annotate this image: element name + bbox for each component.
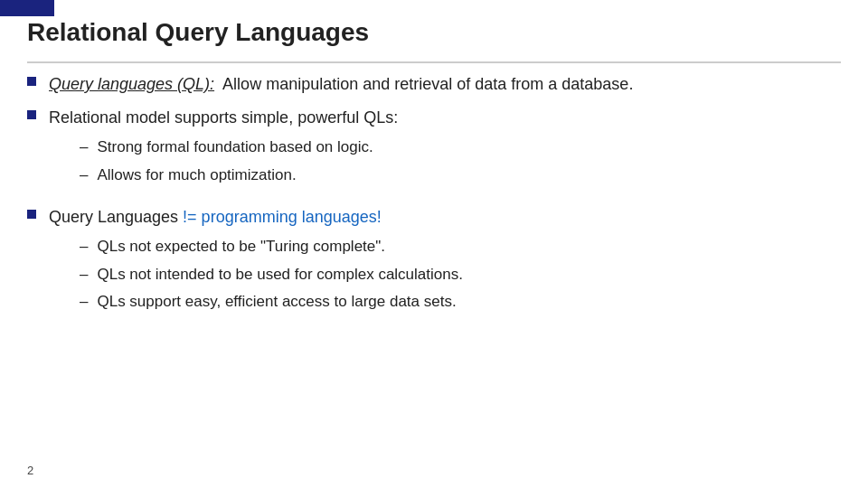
bullet-text-3: Query Languages != programming languages… bbox=[49, 205, 463, 230]
sub-bullet-3-3: – QLs support easy, efficient access to … bbox=[80, 290, 463, 314]
dash-2-2: – bbox=[80, 164, 88, 187]
sub-bullet-2-2: – Allows for much optimization. bbox=[80, 164, 398, 187]
bullet3-highlight: != programming languages! bbox=[183, 208, 382, 226]
bullet1-rest: Allow manipulation and retrieval of data… bbox=[219, 75, 633, 93]
sub-bullet-text-3-1: QLs not expected to be "Turing complete"… bbox=[97, 235, 385, 258]
bullet-square-2 bbox=[27, 110, 36, 119]
bullet2-wrapper: Relational model supports simple, powerf… bbox=[49, 106, 398, 196]
sub-bullet-text-3-3: QLs support easy, efficient access to la… bbox=[97, 290, 456, 314]
sub-bullets-2: – Strong formal foundation based on logi… bbox=[80, 136, 398, 191]
bullet3-wrapper: Query Languages != programming languages… bbox=[49, 205, 463, 324]
top-accent-bar bbox=[0, 0, 54, 16]
sub-bullet-3-1: – QLs not expected to be "Turing complet… bbox=[80, 235, 463, 258]
bullet-item-1: Query languages (QL): Allow manipulation… bbox=[27, 72, 841, 97]
dash-3-3: – bbox=[80, 290, 88, 314]
sub-bullet-2-1: – Strong formal foundation based on logi… bbox=[80, 136, 398, 159]
bullet-text-1: Query languages (QL): Allow manipulation… bbox=[49, 72, 633, 97]
bullet-square-3 bbox=[27, 210, 36, 219]
bullet-item-3: Query Languages != programming languages… bbox=[27, 205, 841, 324]
sub-bullet-3-2: – QLs not intended to be used for comple… bbox=[80, 263, 463, 286]
ql-term: Query languages (QL): bbox=[49, 75, 214, 93]
sub-bullet-text-2-1: Strong formal foundation based on logic. bbox=[97, 136, 373, 159]
dash-3-1: – bbox=[80, 235, 88, 258]
sub-bullets-3: – QLs not expected to be "Turing complet… bbox=[80, 235, 463, 318]
bullet-item-2: Relational model supports simple, powerf… bbox=[27, 106, 841, 196]
dash-2-1: – bbox=[80, 136, 88, 159]
sub-bullet-text-2-2: Allows for much optimization. bbox=[97, 164, 296, 187]
sub-bullet-text-3-2: QLs not intended to be used for complex … bbox=[97, 263, 462, 286]
bullet-text-2: Relational model supports simple, powerf… bbox=[49, 106, 398, 130]
bullet3-prefix: Query Languages bbox=[49, 208, 183, 226]
content-area: Query languages (QL): Allow manipulation… bbox=[27, 72, 841, 452]
slide-container: Relational Query Languages Query languag… bbox=[0, 0, 868, 488]
slide-title: Relational Query Languages bbox=[27, 18, 369, 47]
page-number: 2 bbox=[27, 464, 33, 477]
bullet-square-1 bbox=[27, 77, 36, 86]
dash-3-2: – bbox=[80, 263, 88, 286]
title-rule bbox=[27, 61, 841, 63]
